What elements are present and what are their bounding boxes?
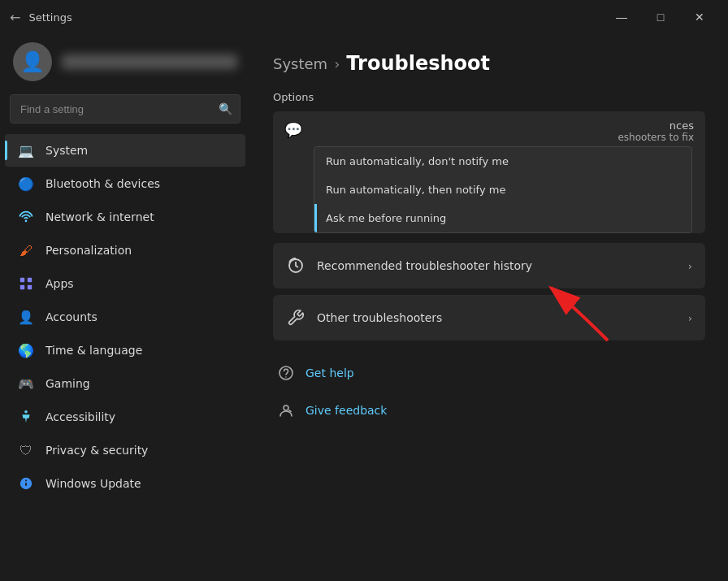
sidebar-item-gaming[interactable]: 🎮 Gaming — [5, 367, 245, 400]
title-bar: ← Settings — □ ✕ — [0, 0, 728, 33]
history-label: Recommended troubleshooter history — [317, 259, 677, 272]
sidebar-item-system[interactable]: 💻 System — [5, 134, 245, 167]
search-container: 🔍 — [10, 94, 240, 124]
main-layout: 👤 🔍 💻 System 🔵 Bluetooth & devices — [0, 33, 728, 581]
partial-top: nces — [314, 119, 694, 132]
gaming-icon: 🎮 — [18, 375, 34, 392]
avatar: 👤 — [13, 42, 52, 81]
sidebar-item-network[interactable]: Network & internet — [5, 201, 245, 233]
get-help-link[interactable]: Get help — [273, 357, 705, 389]
dropdown-header-row: 💬 nces eshooters to fix — [273, 111, 705, 146]
sidebar: 👤 🔍 💻 System 🔵 Bluetooth & devices — [0, 33, 250, 581]
avatar-icon: 👤 — [20, 50, 45, 73]
breadcrumb-separator: › — [334, 55, 340, 72]
wrench-icon — [286, 308, 306, 327]
dropdown-chat-icon: 💬 — [284, 121, 302, 138]
dropdown-option-label-1: Run automatically, then notify me — [326, 184, 505, 196]
dropdown-card[interactable]: 💬 nces eshooters to fix Run automaticall… — [273, 111, 705, 233]
help-icon — [276, 363, 296, 383]
sidebar-item-update[interactable]: Windows Update — [5, 467, 245, 500]
sidebar-item-time[interactable]: 🌎 Time & language — [5, 334, 245, 366]
feedback-icon — [276, 401, 296, 420]
sidebar-item-apps[interactable]: Apps — [5, 267, 245, 300]
search-input[interactable] — [10, 94, 240, 124]
give-feedback-label: Give feedback — [306, 404, 387, 417]
bluetooth-icon: 🔵 — [18, 176, 34, 192]
sidebar-item-label-accessibility: Accessibility — [46, 410, 115, 423]
user-name — [62, 54, 237, 69]
svg-rect-3 — [28, 285, 32, 289]
title-bar-controls: — □ ✕ — [603, 5, 718, 29]
svg-rect-1 — [28, 278, 32, 282]
minimize-button[interactable]: — — [603, 5, 640, 29]
sidebar-item-label-network: Network & internet — [46, 210, 154, 223]
partial-text-top: nces — [670, 119, 694, 132]
setting-row-history[interactable]: Recommended troubleshooter history › — [273, 243, 705, 288]
bottom-links: Get help Give feedback — [273, 357, 705, 427]
update-icon — [18, 475, 34, 492]
time-icon: 🌎 — [18, 342, 34, 358]
svg-point-4 — [24, 410, 28, 414]
apps-icon — [18, 275, 34, 292]
nav-list: 💻 System 🔵 Bluetooth & devices Network &… — [0, 130, 250, 574]
content-area: System › Troubleshoot Options 💬 nces esh… — [250, 33, 728, 581]
maximize-button[interactable]: □ — [642, 5, 679, 29]
breadcrumb: System › Troubleshoot — [273, 52, 705, 75]
sidebar-item-label-privacy: Privacy & security — [46, 444, 148, 457]
dropdown-option-1[interactable]: Run automatically, then notify me — [314, 176, 691, 204]
sidebar-item-label-apps: Apps — [46, 277, 74, 290]
other-chevron: › — [688, 312, 692, 324]
sidebar-item-label-gaming: Gaming — [46, 377, 90, 390]
dropdown-option-0[interactable]: Run automatically, don't notify me — [314, 147, 691, 176]
breadcrumb-current: Troubleshoot — [346, 52, 490, 75]
give-feedback-link[interactable]: Give feedback — [273, 394, 705, 427]
sidebar-item-label-personalization: Personalization — [46, 244, 132, 257]
sidebar-item-label-bluetooth: Bluetooth & devices — [46, 177, 160, 190]
sidebar-item-personalization[interactable]: 🖌 Personalization — [5, 234, 245, 267]
dropdown-option-label-2: Ask me before running — [326, 212, 446, 224]
other-label: Other troubleshooters — [317, 311, 677, 324]
breadcrumb-parent[interactable]: System — [273, 55, 327, 72]
sidebar-item-privacy[interactable]: 🛡 Privacy & security — [5, 434, 245, 466]
dropdown-text-area: nces eshooters to fix — [314, 119, 694, 143]
sidebar-item-label-time: Time & language — [46, 344, 142, 357]
privacy-icon: 🛡 — [18, 442, 34, 458]
dropdown-option-label-0: Run automatically, don't notify me — [326, 155, 509, 167]
dropdown-option-2[interactable]: Ask me before running — [314, 204, 691, 232]
dropdown-popup: Run automatically, don't notify me Run a… — [314, 146, 692, 233]
title-bar-left: ← Settings — [10, 10, 72, 25]
options-label: Options — [273, 91, 705, 103]
history-chevron: › — [688, 260, 692, 272]
search-icon: 🔍 — [219, 102, 232, 115]
accessibility-icon — [18, 409, 34, 425]
partial-text-bottom: eshooters to fix — [618, 132, 694, 143]
accounts-icon: 👤 — [18, 309, 34, 325]
sidebar-item-accessibility[interactable]: Accessibility — [5, 401, 245, 433]
user-section: 👤 — [0, 33, 250, 94]
svg-rect-0 — [20, 278, 24, 282]
svg-point-8 — [285, 376, 287, 378]
svg-rect-2 — [20, 285, 24, 289]
system-icon: 💻 — [18, 142, 34, 158]
title-bar-title: Settings — [28, 11, 72, 24]
personalization-icon: 🖌 — [18, 242, 34, 258]
partial-bottom: eshooters to fix — [314, 132, 694, 143]
sidebar-item-accounts[interactable]: 👤 Accounts — [5, 301, 245, 333]
sidebar-item-label-update: Windows Update — [46, 477, 141, 490]
sidebar-item-label-system: System — [46, 144, 88, 157]
network-icon — [18, 209, 34, 225]
close-button[interactable]: ✕ — [681, 5, 718, 29]
history-icon — [286, 256, 306, 275]
setting-row-other[interactable]: Other troubleshooters › — [273, 295, 705, 340]
back-icon[interactable]: ← — [10, 10, 20, 25]
sidebar-item-label-accounts: Accounts — [46, 310, 98, 323]
svg-point-9 — [284, 405, 288, 410]
get-help-label: Get help — [306, 366, 354, 379]
other-row-wrapper: Other troubleshooters › — [273, 295, 705, 340]
sidebar-item-bluetooth[interactable]: 🔵 Bluetooth & devices — [5, 167, 245, 200]
